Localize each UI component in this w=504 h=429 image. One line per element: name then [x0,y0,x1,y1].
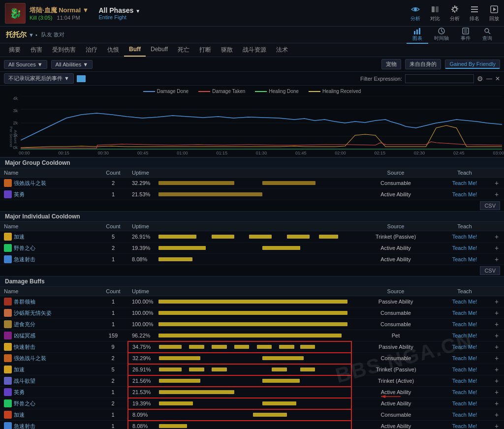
teach-link[interactable]: Teach Me! [452,367,477,372]
teach-link[interactable]: Teach Me! [452,389,477,395]
plus-cell: + [489,398,504,409]
svg-rect-5 [471,11,478,12]
tab-debuff[interactable]: Debuff [146,43,173,57]
spell-link[interactable]: 野兽之心 [14,400,35,407]
spell-link[interactable]: 兽群领袖 [14,298,35,306]
teach-link[interactable]: Teach Me! [452,310,477,316]
teach-link[interactable]: Teach Me! [452,400,477,406]
plus-btn[interactable]: + [495,190,499,198]
tab-interrupt[interactable]: 打断 [194,43,216,57]
plus-cell: + [489,387,504,398]
teach-link[interactable]: Teach Me! [452,321,477,327]
teach-cell: Teach Me! [440,387,489,398]
spell-link[interactable]: 强效战斗之装 [14,355,46,362]
teach-link[interactable]: Teach Me! [452,234,477,240]
plus-btn[interactable]: + [495,179,499,187]
csv-btn-2[interactable]: CSV [480,266,500,275]
spell-link[interactable]: 急速射击 [14,256,35,263]
teach-link[interactable]: Teach Me! [452,191,477,197]
nav2-timeline[interactable]: 时间轴 [428,26,455,44]
uptime-bars: 100.00% [128,307,351,319]
plus-btn[interactable]: + [495,233,499,241]
tab-buff[interactable]: Buff [124,43,146,57]
plus-btn[interactable]: + [495,399,499,407]
nav2: 图表 时间轴 事件 查询 [407,26,498,44]
nav2-search[interactable]: 查询 [476,26,498,44]
teach-link[interactable]: Teach Me! [452,412,477,418]
source-cell: Passive Ability [351,341,440,353]
all-abilities-btn[interactable]: All Abilities ▼ [51,60,93,69]
tab-damage[interactable]: 伤害 [26,43,47,57]
team-label: 队友 敌对 [41,31,64,38]
plus-btn[interactable]: + [495,354,499,362]
plus-btn[interactable]: + [495,244,499,252]
spell-link[interactable]: 快速射击 [14,343,35,351]
teach-link[interactable]: Teach Me! [452,299,477,305]
chart-body: 4k 3k 2k 1k 0k Per Second Amount [2,96,502,150]
teach-link[interactable]: Teach Me! [452,378,477,384]
tab-damage-taken[interactable]: 受到伤害 [47,43,81,57]
char-name[interactable]: 塔陆·血魔 Normal ▼ [30,6,89,15]
tab-dispel[interactable]: 驱散 [216,43,238,57]
plus-btn[interactable]: + [495,298,499,306]
tab-spells[interactable]: 法术 [271,43,293,57]
teach-link[interactable]: Teach Me! [452,333,477,338]
plus-btn[interactable]: + [495,320,499,328]
teach-link[interactable]: Teach Me! [452,423,477,429]
tab-resources[interactable]: 战斗资源 [238,43,271,57]
sub-tag[interactable]: ▼ • [29,32,37,38]
all-sources-btn[interactable]: All Sources ▼ [4,60,47,69]
nav-analyze[interactable]: 分析 [410,4,420,22]
uptime-bars: 21.53% [128,387,351,398]
phases-btn[interactable]: All Phases ▼ [99,6,141,14]
tab-death[interactable]: 死亡 [173,43,194,57]
plus-btn[interactable]: + [495,422,499,429]
spell-link[interactable]: 加速 [14,233,25,241]
nav-compare[interactable]: 对比 [430,4,440,22]
plus-btn[interactable]: + [495,388,499,396]
plus-btn[interactable]: + [495,366,499,373]
csv-btn-1[interactable]: CSV [480,201,500,210]
self-btn[interactable]: 来自自身的 [405,59,441,69]
teach-link[interactable]: Teach Me! [452,180,477,186]
pet-btn[interactable]: 宠物 [381,59,401,69]
plus-btn[interactable]: + [495,377,499,385]
close-chart-btn[interactable]: ✕ [495,75,500,82]
spell-link[interactable]: 进食充分 [14,321,35,328]
nav2-chart[interactable]: 图表 [407,26,428,44]
spell-link[interactable]: 野兽之心 [14,245,35,252]
nav-gear[interactable]: 分析 [450,4,460,22]
tab-summary[interactable]: 摘要 [4,43,26,57]
plus-btn[interactable]: + [495,309,499,317]
filter-input[interactable] [405,74,474,83]
spell-link[interactable]: 英勇 [14,191,25,198]
spell-link[interactable]: 加速 [14,366,25,373]
spell-link[interactable]: 沙砾斯无情矢姿 [14,309,52,317]
plus-btn[interactable]: + [495,343,499,351]
spell-link[interactable]: 英勇 [14,389,25,396]
minimize-btn[interactable]: — [486,75,492,82]
table-row: 沙砾斯无情矢姿 1 100.00% ConsumableTeach Me!+ [0,307,504,319]
spell-icon [4,255,12,263]
gained-btn[interactable]: Gained By Friendly [445,60,500,69]
spell-link[interactable]: 急速射击 [14,423,35,429]
plus-btn[interactable]: + [495,255,499,263]
tab-healing[interactable]: 治疗 [81,43,102,57]
teach-link[interactable]: Teach Me! [452,245,477,251]
spell-link[interactable]: 加速 [14,411,25,419]
teach-link[interactable]: Teach Me! [452,256,477,262]
plus-btn[interactable]: + [495,411,499,419]
settings-icon-btn[interactable]: ⚙ [477,75,483,83]
table-header-row: Name Count Uptime Source Teach [0,222,504,231]
nav-ranking[interactable]: 排名 [470,4,479,22]
spell-link[interactable]: 凶猛冥感 [14,332,35,339]
teach-link[interactable]: Teach Me! [452,344,477,350]
nav-replay[interactable]: 回放 [489,4,499,22]
event-filter-btn[interactable]: 不记录玩家死后的事件 ▼ [4,73,74,84]
tab-threat[interactable]: 仇恨 [102,43,124,57]
spell-link[interactable]: 战斗欲望 [14,377,35,385]
nav2-events[interactable]: 事件 [455,26,476,44]
plus-btn[interactable]: + [495,332,499,339]
teach-link[interactable]: Teach Me! [452,355,477,361]
spell-link[interactable]: 强效战斗之装 [14,180,46,187]
